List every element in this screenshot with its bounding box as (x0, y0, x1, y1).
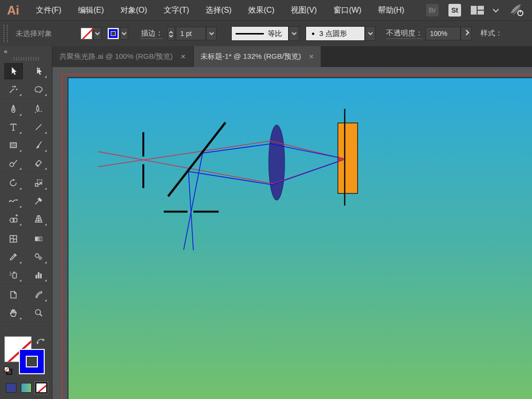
blend-tool[interactable] (30, 249, 48, 265)
artboard-tool[interactable] (4, 287, 23, 303)
style-label[interactable]: 样式： (481, 29, 502, 38)
stroke-weight-label[interactable]: 描边： (141, 29, 163, 39)
control-bar-grip[interactable] (3, 25, 8, 42)
brush-dropdown-button[interactable] (365, 26, 376, 41)
no-fill-slash-icon (82, 28, 94, 39)
bridge-button[interactable]: Br (426, 4, 439, 17)
type-tool[interactable] (4, 119, 23, 135)
chevron-down-icon (368, 30, 373, 35)
stroke-dropdown-button[interactable] (120, 27, 128, 40)
artboard-background[interactable] (68, 78, 532, 399)
brush-label: 3 点圆形 (319, 29, 347, 38)
stroke-color-swatch[interactable] (107, 28, 119, 39)
menu-help[interactable]: 帮助(H) (378, 5, 404, 16)
swap-fill-stroke-icon[interactable] (36, 337, 46, 345)
tools-panel-grip[interactable] (14, 57, 39, 61)
puppet-warp-tool[interactable] (30, 193, 48, 209)
chevron-right-icon (463, 30, 469, 35)
line-segment-tool[interactable] (30, 119, 48, 135)
artwork-svg[interactable] (52, 67, 532, 399)
zoom-tool[interactable] (30, 305, 48, 321)
profile-dropdown-button[interactable] (289, 26, 299, 41)
collapse-panel-button[interactable]: « (4, 48, 7, 55)
column-graph-tool[interactable] (30, 267, 48, 283)
perspective-grid-tool[interactable] (30, 211, 48, 227)
rotate-tool[interactable] (4, 175, 23, 191)
shaper-tool[interactable] (4, 155, 23, 171)
eyedropper-tool[interactable] (4, 249, 23, 265)
gpu-performance-icon[interactable] (508, 3, 524, 17)
canvas-viewport[interactable] (52, 67, 532, 399)
menu-view[interactable]: 视图(V) (291, 5, 317, 16)
workspace-chevron-down-icon[interactable] (493, 6, 499, 13)
no-color-slash-icon (36, 383, 47, 393)
lens-ellipse[interactable] (269, 125, 285, 200)
opacity-label[interactable]: 不透明度： (386, 29, 423, 39)
gradient-mode-button[interactable] (21, 383, 32, 393)
control-bar: 未选择对象 描边： 1 pt 等比 3 点圆形 不透明度： 100% 样式： (0, 20, 532, 47)
chevron-down-icon (209, 30, 214, 35)
paintbrush-tool[interactable] (30, 137, 48, 153)
symbol-sprayer-tool[interactable] (4, 267, 23, 283)
stroke-ring-icon (109, 29, 118, 38)
hand-tool[interactable] (4, 305, 23, 321)
menu-edit[interactable]: 编辑(E) (78, 5, 103, 16)
stroke-profile-preview (236, 33, 264, 35)
menu-effect[interactable]: 效果(C) (248, 5, 275, 16)
menu-select[interactable]: 选择(S) (206, 5, 231, 16)
chevron-down-icon (292, 30, 296, 35)
shape-builder-tool[interactable] (4, 211, 23, 227)
illustrator-logo: Ai (0, 3, 26, 17)
menu-bar: Ai 文件(F) 编辑(E) 对象(O) 文字(T) 选择(S) 效果(C) 视… (0, 0, 532, 20)
tools-panel: « (0, 46, 52, 399)
opacity-input[interactable]: 100% (426, 27, 461, 40)
default-fill-stroke-icon[interactable] (3, 366, 14, 376)
direct-selection-tool[interactable] (30, 63, 48, 79)
width-tool[interactable] (4, 193, 23, 209)
magic-wand-tool[interactable] (4, 81, 23, 97)
workspace-switcher-icon[interactable] (471, 6, 484, 15)
fill-dropdown-button[interactable] (93, 27, 102, 40)
stroke-weight-stepper[interactable] (167, 27, 175, 40)
fill-stroke-proxy (0, 333, 52, 382)
lasso-tool[interactable] (30, 81, 48, 97)
menu-window[interactable]: 窗口(W) (333, 5, 361, 16)
stroke-proxy-swatch[interactable] (19, 349, 45, 374)
fill-color-swatch[interactable] (81, 28, 92, 39)
profile-label: 等比 (268, 29, 282, 38)
gradient-tool[interactable] (30, 231, 48, 247)
document-tab-bar: 共聚焦光路.ai @ 100% (RGB/预览) ✕ 未标题-1* @ 132%… (52, 46, 532, 67)
rectangle-tool[interactable] (4, 137, 23, 153)
brush-preview-dot-icon (312, 33, 314, 35)
chevron-down-icon (95, 30, 100, 35)
scale-tool[interactable] (30, 175, 48, 191)
document-area: 共聚焦光路.ai @ 100% (RGB/预览) ✕ 未标题-1* @ 132%… (52, 46, 532, 399)
document-tab-active[interactable]: 未标题-1* @ 132% (RGB/预览) ✕ (194, 46, 321, 67)
menu-type[interactable]: 文字(T) (164, 5, 189, 16)
selection-tool[interactable] (4, 63, 23, 79)
color-mode-button[interactable] (6, 383, 17, 393)
pen-tool[interactable] (4, 101, 23, 117)
eraser-tool[interactable] (30, 155, 48, 171)
stock-button[interactable]: St (448, 4, 461, 17)
chevron-down-icon (122, 30, 127, 35)
menu-file[interactable]: 文件(F) (36, 5, 61, 16)
selection-status: 未选择对象 (16, 29, 62, 38)
stroke-weight-input[interactable]: 1 pt (176, 27, 206, 40)
close-tab-icon[interactable]: ✕ (309, 53, 314, 60)
opacity-panel-button[interactable] (461, 27, 472, 40)
menu-object[interactable]: 对象(O) (120, 5, 147, 16)
variable-width-profile-button[interactable]: 等比 (231, 26, 289, 41)
tab-title: 未标题-1* @ 132% (RGB/预览) (201, 52, 301, 61)
none-mode-button[interactable] (36, 383, 47, 393)
brush-definition-button[interactable]: 3 点圆形 (306, 26, 365, 41)
drawing-mode-buttons (0, 383, 52, 393)
slice-tool[interactable] (30, 287, 48, 303)
close-tab-icon[interactable]: ✕ (181, 53, 186, 60)
document-tab-inactive[interactable]: 共聚焦光路.ai @ 100% (RGB/预览) ✕ (52, 46, 193, 67)
menu-items: 文件(F) 编辑(E) 对象(O) 文字(T) 选择(S) 效果(C) 视图(V… (36, 5, 404, 16)
tab-title: 共聚焦光路.ai @ 100% (RGB/预览) (59, 52, 173, 61)
stroke-weight-dropdown[interactable] (206, 27, 217, 40)
mesh-tool[interactable] (4, 231, 23, 247)
curvature-tool[interactable] (30, 101, 48, 117)
